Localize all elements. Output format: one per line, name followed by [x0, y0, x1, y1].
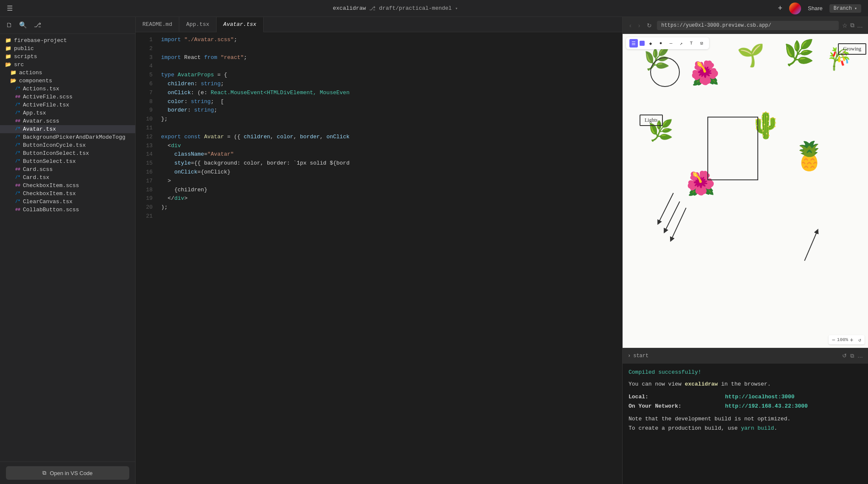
file-scss-icon: ## [15, 207, 20, 212]
code-line: ); [161, 203, 622, 212]
terminal-more-button[interactable]: … [857, 353, 863, 359]
sidebar-item-Actions-tsx[interactable]: /* Actions.tsx [0, 85, 135, 93]
chevron-down-icon[interactable]: ▾ [455, 6, 458, 11]
sidebar-item-ActiveFile-tsx[interactable]: /* ActiveFile.tsx [0, 101, 135, 109]
browser-refresh-button[interactable]: ↻ [645, 21, 654, 30]
sidebar-item-CheckboxItem-tsx[interactable]: /* CheckboxItem.tsx [0, 190, 135, 198]
browser-preview: ‹ › ↻ ☆ ⧉ … ☰ ◆ ● — [623, 17, 868, 348]
excalidraw-tool-text[interactable]: T [687, 39, 696, 48]
tab-avatar-tsx[interactable]: Avatar.tsx [217, 17, 264, 32]
topbar-left: ☰ [7, 4, 13, 13]
new-tab-button[interactable]: + [778, 4, 782, 13]
excalidraw-tool-rect[interactable] [640, 41, 645, 46]
terminal-title-text: start [633, 353, 648, 359]
terminal-text-you: You can now view [629, 381, 685, 387]
sidebar-item-label: Avatar.tsx [23, 126, 56, 132]
sidebar-item-label: ButtonIconSelect.tsx [23, 150, 89, 157]
sidebar: 🗋 🔍 ⎇ 📁 firebase-project 📁 public 📁 scri… [0, 17, 136, 484]
terminal-toolbar: › start ↺ ⧉ … [623, 348, 868, 364]
open-vscode-button[interactable]: ⧉ Open in VS Code [6, 466, 129, 480]
browser-forward-button[interactable]: › [637, 21, 642, 30]
zoom-reset-icon[interactable]: ↺ [858, 337, 861, 343]
sidebar-item-ActiveFile-scss[interactable]: ## ActiveFile.scss [0, 93, 135, 101]
sidebar-item-ButtonSelect[interactable]: /* ButtonSelect.tsx [0, 157, 135, 165]
git-branch-icon[interactable]: ⎇ [34, 21, 41, 29]
file-tsx-icon: /* [15, 111, 20, 115]
sidebar-item-label: ButtonIconCycle.tsx [23, 142, 86, 148]
excalidraw-tool-circle[interactable]: ● [657, 39, 665, 48]
tab-readme[interactable]: README.md [136, 17, 179, 32]
folder-icon: 📁 [5, 45, 11, 52]
code-line: import React from "react"; [161, 53, 622, 62]
excalidraw-tool-move[interactable]: ☰ [629, 39, 638, 48]
sidebar-item-scripts[interactable]: 📁 scripts [0, 53, 135, 61]
file-scss-icon: ## [15, 167, 20, 172]
git-icon: ⎇ [369, 5, 376, 12]
share-button[interactable]: Share [808, 5, 823, 11]
excalidraw-tool-img[interactable]: ⟏ [697, 39, 706, 48]
sidebar-item-components[interactable]: 📂 components [0, 77, 135, 85]
excalidraw-canvas[interactable]: ☰ ◆ ● — ↗ T ⟏ [623, 34, 868, 348]
code-line: </div> [161, 194, 622, 203]
terminal-action-buttons: ↺ ⧉ … [842, 353, 863, 359]
excalidraw-toolbar: ☰ ◆ ● — ↗ T ⟏ [626, 37, 709, 49]
sidebar-item-CollabButton-scss[interactable]: ## CollabButton.scss [0, 206, 135, 214]
terminal-note1-text: Note that the development build is not o… [629, 416, 790, 422]
code-line: export const Avatar = ({ children, color… [161, 133, 622, 142]
sidebar-item-label: scripts [14, 53, 37, 60]
browser-url-input[interactable] [657, 21, 839, 30]
excalidraw-tool-line[interactable]: — [667, 39, 675, 48]
file-tsx-icon: /* [15, 199, 20, 204]
code-line [161, 62, 622, 71]
terminal-body[interactable]: Compiled successfully! You can now view … [623, 364, 868, 484]
sidebar-item-ClearCanvas[interactable]: /* ClearCanvas.tsx [0, 198, 135, 206]
sidebar-item-public[interactable]: 📁 public [0, 45, 135, 53]
terminal-copy-button[interactable]: ⧉ [850, 353, 854, 359]
code-content[interactable]: import "./Avatar.scss"; import React fro… [156, 32, 622, 484]
branch-selector[interactable]: Branch ▾ [829, 4, 861, 13]
code-line [161, 212, 622, 221]
browser-more-button[interactable]: … [857, 22, 863, 29]
sidebar-item-label: src [14, 62, 24, 68]
compiled-text: Compiled successfully! [629, 369, 701, 375]
tab-label: Avatar.tsx [223, 21, 256, 28]
zoom-minus-button[interactable]: − [832, 336, 835, 343]
tab-app-tsx[interactable]: App.tsx [179, 17, 217, 32]
sidebar-item-label: Card.scss [23, 166, 53, 173]
sidebar-item-ButtonIconCycle[interactable]: /* ButtonIconCycle.tsx [0, 141, 135, 149]
sidebar-item-Avatar-tsx[interactable]: /* Avatar.tsx [0, 125, 135, 133]
sidebar-icon-bar: 🗋 🔍 ⎇ [0, 17, 135, 34]
sidebar-item-src[interactable]: 📂 src [0, 61, 135, 69]
sidebar-bottom: ⧉ Open in VS Code [0, 462, 135, 484]
file-tree: 📁 firebase-project 📁 public 📁 scripts 📂 … [0, 34, 135, 462]
folder-open-icon: 📂 [5, 62, 11, 68]
sidebar-item-Card-scss[interactable]: ## Card.scss [0, 165, 135, 173]
sidebar-item-Avatar-scss[interactable]: ## Avatar.scss [0, 117, 135, 125]
hamburger-icon[interactable]: ☰ [7, 4, 13, 13]
topbar: ☰ excalidraw ⎇ draft/practical-mendel ▾ … [0, 0, 868, 17]
browser-toolbar: ‹ › ↻ ☆ ⧉ … [623, 17, 868, 34]
sidebar-item-Card-tsx[interactable]: /* Card.tsx [0, 173, 135, 182]
sidebar-item-ButtonIconSelect[interactable]: /* ButtonIconSelect.tsx [0, 149, 135, 157]
browser-back-button[interactable]: ‹ [628, 21, 633, 30]
excalidraw-tool-arrow[interactable]: ↗ [677, 39, 685, 48]
sidebar-item-label: ActiveFile.tsx [23, 102, 69, 108]
sidebar-item-firebase-project[interactable]: 📁 firebase-project [0, 36, 135, 45]
sidebar-item-actions[interactable]: 📁 actions [0, 69, 135, 77]
search-icon[interactable]: 🔍 [19, 21, 27, 29]
browser-copy-button[interactable]: ⧉ [850, 22, 854, 29]
zoom-plus-button[interactable]: + [850, 336, 853, 343]
terminal-refresh-button[interactable]: ↺ [842, 353, 847, 359]
file-tsx-icon: /* [15, 103, 20, 107]
plant-4: 🌿 [784, 38, 814, 68]
open-vscode-label: Open in VS Code [50, 470, 92, 476]
excalidraw-tool-diamond[interactable]: ◆ [646, 39, 655, 48]
plant-2: 🌺 [690, 59, 720, 88]
sidebar-item-BackgroundPicker[interactable]: /* BackgroundPickerAndDarkModeTogg [0, 133, 135, 141]
browser-bookmark-button[interactable]: ☆ [842, 22, 848, 29]
new-file-icon[interactable]: 🗋 [6, 22, 12, 29]
drawn-circle [650, 57, 680, 87]
sidebar-item-CheckboxItem-scss[interactable]: ## CheckboxItem.scss [0, 182, 135, 190]
sidebar-item-App-tsx[interactable]: /* App.tsx [0, 109, 135, 117]
code-line: }; [161, 115, 622, 124]
